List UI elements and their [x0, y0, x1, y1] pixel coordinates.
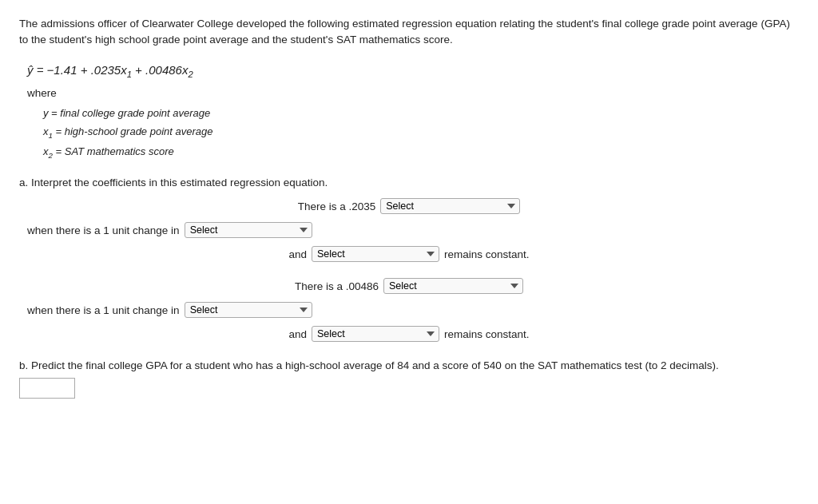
block2-select1[interactable]: Select increase decrease: [383, 278, 523, 294]
block2-row1-text: There is a .00486: [295, 280, 379, 292]
var-x1: x1 = high-school grade point average: [43, 122, 799, 142]
block2-row2: when there is a 1 unit change in Select …: [19, 302, 799, 318]
block2-select3[interactable]: Select high-school GPA SAT mathematics s…: [312, 326, 439, 342]
part-b-label: b. Predict the final college GPA for a s…: [19, 359, 799, 371]
block2-select2[interactable]: Select high-school GPA SAT mathematics s…: [185, 302, 312, 318]
block2-row1: There is a .00486 Select increase decrea…: [19, 278, 799, 294]
where-section: where y = final college grade point aver…: [27, 87, 799, 163]
block1-row2-text: when there is a 1 unit change in: [27, 224, 180, 236]
hat-y: ŷ = −1.41 + .0235x1 + .00486x2: [27, 63, 193, 77]
block2-row3: and Select high-school GPA SAT mathemati…: [19, 326, 799, 342]
block1-row1-text: There is a .2035: [298, 200, 376, 212]
interpret-block-1: There is a .2035 Select increase decreas…: [19, 198, 799, 262]
intro-text: The admissions officer of Clearwater Col…: [19, 16, 799, 49]
where-vars: y = final college grade point average x1…: [43, 104, 799, 163]
equation-display: ŷ = −1.41 + .0235x1 + .00486x2: [27, 63, 799, 79]
interpret-block-2: There is a .00486 Select increase decrea…: [19, 278, 799, 342]
block2-row2-text: when there is a 1 unit change in: [27, 304, 180, 316]
part-a-label: a. Interpret the coefficients in this es…: [19, 177, 799, 189]
block2-row3-suf: remains constant.: [444, 328, 530, 340]
part-b-section: b. Predict the final college GPA for a s…: [19, 359, 799, 399]
block2-row3-pre: and: [288, 328, 307, 340]
block1-row1: There is a .2035 Select increase decreas…: [19, 198, 799, 214]
block1-select3[interactable]: Select high-school GPA SAT mathematics s…: [312, 246, 439, 262]
block1-row3-suf: remains constant.: [444, 248, 530, 260]
var-x2: x2 = SAT mathematics score: [43, 142, 799, 162]
var-y: y = final college grade point average: [43, 104, 799, 122]
block1-select2[interactable]: Select high-school GPA SAT mathematics s…: [185, 222, 312, 238]
block1-select1[interactable]: Select increase decrease: [380, 198, 520, 214]
where-label: where: [27, 87, 799, 99]
block1-row2: when there is a 1 unit change in Select …: [19, 222, 799, 238]
block1-row3-pre: and: [288, 248, 307, 260]
block1-row3: and Select high-school GPA SAT mathemati…: [19, 246, 799, 262]
part-b-answer-input[interactable]: [19, 378, 75, 399]
